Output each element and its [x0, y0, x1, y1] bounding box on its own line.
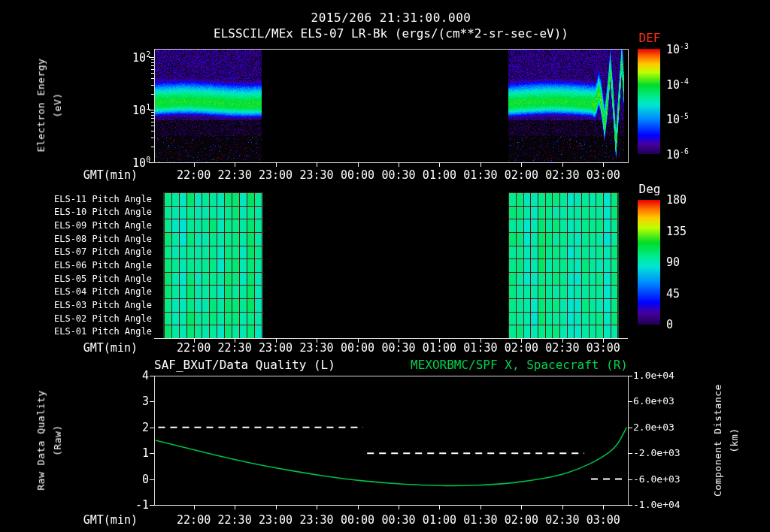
quality-ytick: 0 — [142, 473, 149, 486]
gmt-tick-label: 02:30 — [545, 513, 579, 527]
def-colorbar-tick: 10-6 — [666, 147, 689, 162]
bottom-title-right: MEXORBMC/SPF X, Spacecraft (R) — [411, 358, 628, 372]
gmt-tick-label: 22:30 — [218, 513, 252, 527]
colorbar-def-title: DEF — [639, 31, 661, 45]
els-row-label: ELS-08 Pitch Angle — [54, 234, 152, 244]
gmt-tick-label: 01:30 — [463, 513, 497, 527]
gmt-tick-label: 22:00 — [177, 513, 211, 527]
els-row-label: ELS-05 Pitch Angle — [54, 273, 152, 283]
gmt-tick-label: 00:30 — [381, 168, 415, 182]
distance-ytick: -6.0e+03 — [633, 473, 681, 485]
gmt-tick-label: 23:00 — [259, 341, 293, 355]
plot-subtitle: ELSSCIL/MEx ELS-07 LR-Bk (ergs/(cm**2-sr… — [214, 26, 568, 41]
ylabel-raw-quality: Raw Data Quality (Raw) — [33, 390, 66, 490]
gmt-tick-label: 23:30 — [299, 513, 333, 527]
ylabel-component-distance: Component Distance (km) — [710, 384, 743, 497]
els-row-label: ELS-07 Pitch Angle — [54, 246, 152, 257]
quality-ytick: 4 — [142, 369, 149, 382]
gmt-tick-label: 00:30 — [381, 513, 415, 527]
energy-ytick: 101 — [132, 103, 150, 117]
quality-ytick: 3 — [142, 394, 149, 408]
distance-ytick: 1.0e+04 — [633, 370, 675, 382]
gmt-tick-label: 22:30 — [218, 168, 252, 182]
gmt-tick-label: 03:00 — [587, 513, 620, 527]
gmt-tick-label: 03:00 — [587, 168, 620, 182]
plot-title: 2015/206 21:31:00.000 — [311, 11, 471, 25]
gmt-tick-label: 02:00 — [505, 341, 538, 355]
deg-colorbar-tick: 45 — [666, 287, 680, 301]
gmt-tick-label: 02:30 — [545, 168, 579, 182]
gmt-tick-label: 00:30 — [381, 341, 415, 355]
energy-ytick: 100 — [132, 156, 150, 170]
ylabel-electron-energy: Electron Energy (eV) — [33, 59, 66, 153]
gmt-tick-label: 01:30 — [463, 341, 497, 355]
els-row-label: ELS-01 Pitch Angle — [54, 326, 152, 337]
gmt-axis-label: GMT(min) — [83, 513, 138, 527]
gmt-tick-label: 01:00 — [423, 513, 456, 527]
els-row-label: ELS-02 Pitch Angle — [54, 313, 152, 323]
quality-ytick: -1 — [135, 498, 149, 512]
gmt-tick-label: 02:00 — [505, 513, 538, 527]
energy-ytick: 102 — [132, 50, 150, 65]
quality-ytick: 1 — [142, 446, 149, 460]
def-colorbar-tick: 10-3 — [666, 42, 689, 56]
gmt-tick-label: 22:30 — [218, 341, 252, 355]
els-row-label: ELS-09 Pitch Angle — [54, 220, 152, 231]
def-colorbar-tick: 10-4 — [666, 77, 689, 91]
gmt-tick-label: 23:30 — [299, 168, 333, 182]
gmt-tick-label: 00:00 — [341, 168, 374, 182]
spectrogram-dashboard: 2015/206 21:31:00.000 ELSSCIL/MEx ELS-07… — [0, 0, 770, 532]
gmt-axis-label: GMT(min) — [83, 168, 138, 182]
gmt-tick-label: 22:00 — [177, 341, 211, 355]
gmt-tick-label: 01:30 — [463, 168, 497, 182]
gmt-tick-label: 23:30 — [299, 341, 333, 355]
deg-colorbar-tick: 180 — [666, 193, 687, 207]
distance-ytick: 2.0e+03 — [633, 422, 675, 434]
gmt-tick-label: 02:00 — [505, 168, 538, 182]
gmt-axis-label: GMT(min) — [83, 341, 138, 355]
bottom-title-left: SAF_BXuT/Data Quality (L) — [154, 358, 335, 372]
gmt-tick-label: 02:30 — [545, 341, 579, 355]
els-row-label: ELS-03 Pitch Angle — [54, 300, 152, 310]
gmt-tick-label: 01:00 — [423, 168, 456, 182]
gmt-tick-label: 03:00 — [587, 341, 620, 355]
gmt-tick-label: 00:00 — [341, 513, 374, 527]
distance-ytick: -2.0e+03 — [633, 447, 681, 459]
colorbar-deg-title: Deg — [639, 182, 661, 196]
gmt-tick-label: 22:00 — [177, 168, 211, 182]
deg-colorbar-tick: 135 — [666, 225, 687, 238]
gmt-tick-label: 00:00 — [341, 341, 374, 355]
gmt-tick-label: 23:00 — [259, 513, 293, 527]
els-row-label: ELS-04 Pitch Angle — [54, 286, 152, 297]
distance-ytick: 6.0e+03 — [633, 396, 675, 408]
quality-ytick: 2 — [142, 421, 149, 434]
gmt-tick-label: 01:00 — [423, 341, 456, 355]
deg-colorbar-tick: 90 — [666, 255, 680, 269]
els-row-label: ELS-11 Pitch Angle — [54, 194, 152, 204]
deg-colorbar-tick: 0 — [666, 318, 673, 331]
distance-ytick: -1.0e+04 — [633, 499, 681, 511]
def-colorbar-tick: 10-5 — [666, 112, 689, 126]
els-row-label: ELS-06 Pitch Angle — [54, 260, 152, 271]
gmt-tick-label: 23:00 — [259, 168, 293, 182]
els-row-label: ELS-10 Pitch Angle — [54, 207, 152, 217]
